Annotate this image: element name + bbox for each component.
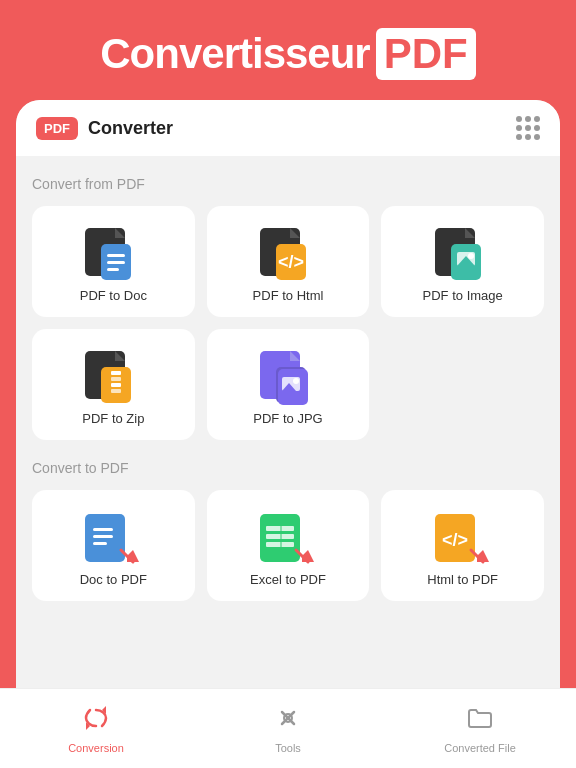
grid-menu-icon[interactable] xyxy=(516,116,540,140)
svg-marker-46 xyxy=(477,550,489,562)
pdf-to-jpg-label: PDF to JPG xyxy=(253,411,322,426)
pdf-to-image-label: PDF to Image xyxy=(423,288,503,303)
pdf-to-zip-icon xyxy=(81,347,145,411)
svg-point-15 xyxy=(468,253,474,259)
svg-point-29 xyxy=(293,378,299,384)
svg-rect-31 xyxy=(93,528,113,531)
tab-tools[interactable]: Tools xyxy=(192,704,384,754)
svg-rect-40 xyxy=(280,526,282,547)
svg-rect-22 xyxy=(111,389,121,393)
pdf-to-doc-item[interactable]: PDF to Doc xyxy=(32,206,195,317)
pdf-logo: PDF xyxy=(36,117,78,140)
folder-icon xyxy=(466,704,494,738)
svg-rect-20 xyxy=(111,377,121,381)
pdf-to-doc-label: PDF to Doc xyxy=(80,288,147,303)
html-to-pdf-icon: </> xyxy=(431,508,495,572)
header-title: Convertisseur xyxy=(100,30,369,78)
svg-marker-35 xyxy=(127,550,139,562)
pdf-to-image-icon xyxy=(431,224,495,288)
pdf-to-zip-item[interactable]: PDF to Zip xyxy=(32,329,195,440)
tab-bar: Conversion Tools Converted File xyxy=(0,688,576,768)
pdf-to-doc-icon xyxy=(81,224,145,288)
svg-rect-19 xyxy=(111,371,121,375)
svg-rect-4 xyxy=(107,261,125,264)
html-to-pdf-item[interactable]: </> Html to PDF xyxy=(381,490,544,601)
svg-rect-32 xyxy=(93,535,113,538)
section-to-pdf-label: Convert to PDF xyxy=(32,460,544,476)
pdf-to-jpg-icon xyxy=(256,347,320,411)
tab-tools-label: Tools xyxy=(275,742,301,754)
pdf-to-html-label: PDF to Html xyxy=(253,288,324,303)
main-card: PDF Converter Convert from PDF xyxy=(16,100,560,718)
from-pdf-grid: PDF to Doc </> PDF to Html xyxy=(32,206,544,440)
header-pdf-box: PDF xyxy=(376,28,476,80)
tab-conversion[interactable]: Conversion xyxy=(0,704,192,754)
card-content: Convert from PDF PDF to Doc xyxy=(16,156,560,718)
pdf-to-jpg-item[interactable]: PDF to JPG xyxy=(207,329,370,440)
pdf-to-html-item[interactable]: </> PDF to Html xyxy=(207,206,370,317)
svg-rect-3 xyxy=(107,254,125,257)
doc-to-pdf-item[interactable]: Doc to PDF xyxy=(32,490,195,601)
excel-to-pdf-label: Excel to PDF xyxy=(250,572,326,587)
to-pdf-grid: Doc to PDF Excel to PDF xyxy=(32,490,544,601)
html-to-pdf-label: Html to PDF xyxy=(427,572,498,587)
pdf-to-zip-label: PDF to Zip xyxy=(82,411,144,426)
svg-text:</>: </> xyxy=(442,530,468,550)
app-header: Convertisseur PDF xyxy=(0,0,576,100)
excel-to-pdf-item[interactable]: Excel to PDF xyxy=(207,490,370,601)
svg-marker-42 xyxy=(302,550,314,562)
converter-label: Converter xyxy=(88,118,173,139)
svg-text:</>: </> xyxy=(278,252,304,272)
tools-icon xyxy=(274,704,302,738)
section-from-pdf-label: Convert from PDF xyxy=(32,176,544,192)
tab-converted-file[interactable]: Converted File xyxy=(384,704,576,754)
pdf-to-image-item[interactable]: PDF to Image xyxy=(381,206,544,317)
conversion-icon xyxy=(82,704,110,738)
excel-to-pdf-icon xyxy=(256,508,320,572)
svg-rect-21 xyxy=(111,383,121,387)
tab-converted-file-label: Converted File xyxy=(444,742,516,754)
svg-rect-5 xyxy=(107,268,119,271)
card-topbar: PDF Converter xyxy=(16,100,560,156)
tab-conversion-label: Conversion xyxy=(68,742,124,754)
pdf-to-html-icon: </> xyxy=(256,224,320,288)
svg-rect-33 xyxy=(93,542,107,545)
doc-to-pdf-icon xyxy=(81,508,145,572)
doc-to-pdf-label: Doc to PDF xyxy=(80,572,147,587)
